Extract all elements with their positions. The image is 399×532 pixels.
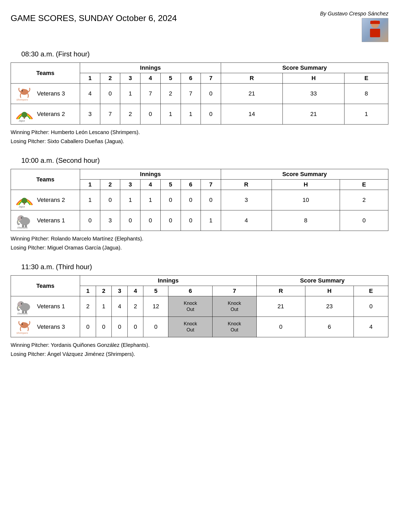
svg-point-24 [22, 324, 23, 325]
losing-pitcher: Losing Pitcher: Ángel Vázquez Jiménez (S… [11, 350, 388, 359]
innings-col-header: Innings [80, 169, 221, 180]
svg-text:Shrimpers: Shrimpers [16, 331, 28, 334]
svg-text:Elephants: Elephants [18, 313, 28, 314]
summary-r-value: 14 [221, 104, 282, 124]
summary-r-value: 0 [256, 317, 305, 337]
inning-2-value: 0 [96, 317, 112, 337]
inning-1-value: 0 [80, 210, 100, 231]
inning-7-value: 1 [201, 210, 221, 231]
svg-text:Elephants: Elephants [18, 227, 28, 228]
svg-point-23 [20, 322, 28, 328]
team-logo-shrimpers: Shrimpers [15, 86, 34, 102]
inning-3-value: 1 [120, 190, 140, 210]
summary-h-value: 23 [305, 296, 354, 317]
team-name-label: Veterans 1 [37, 217, 65, 224]
inning-3-value: 2 [120, 104, 140, 124]
author-section: By Gustavo Crespo Sánchez [320, 11, 388, 42]
inning-4-value: 2 [127, 296, 143, 317]
inning-5-value: 1 [160, 104, 181, 124]
svg-point-12 [21, 218, 22, 219]
summary-e-value: 8 [344, 84, 388, 104]
score-table-3: TeamsInningsScore Summary1234567RHE Elep… [11, 275, 388, 337]
inning-5-value: 2 [160, 84, 181, 104]
summary-h-header: H [283, 73, 344, 84]
svg-point-19 [21, 304, 22, 305]
team-logo-jagua: Jagua [15, 106, 34, 122]
table-row: Elephants Veterans 10300001480 [11, 210, 388, 231]
team-cell-2-1: Jagua Veterans 2 [11, 190, 80, 210]
team-cell-3-2: Shrimpers Veterans 3 [11, 317, 80, 337]
games-container: 08:30 a.m. (First hour)TeamsInningsScore… [11, 50, 388, 359]
inning-3-value: 0 [120, 210, 140, 231]
inning-4-value: 0 [127, 317, 143, 337]
game-section-3: 11:30 a.m. (Third hour)TeamsInningsScore… [11, 263, 388, 359]
inning-2-header: 2 [96, 286, 112, 296]
game-section-2: 10:00 a.m. (Second hour)TeamsInningsScor… [11, 156, 388, 252]
author-photo [362, 18, 388, 42]
losing-pitcher: Losing Pitcher: Miguel Oramas García (Ja… [11, 243, 388, 252]
inning-1-value: 0 [80, 317, 96, 337]
svg-text:Jagua: Jagua [18, 206, 25, 208]
inning-5-value: 0 [160, 190, 181, 210]
inning-7-value: 0 [201, 84, 221, 104]
game-time-2: 10:00 a.m. (Second hour) [21, 156, 388, 165]
inning-3-header: 3 [120, 180, 140, 190]
summary-e-header: E [340, 180, 388, 190]
inning-5-value: 12 [143, 296, 168, 317]
innings-col-header: Innings [80, 63, 221, 73]
svg-rect-7 [24, 202, 25, 205]
team-logo-elephants: Elephants [15, 298, 34, 314]
inning-5-header: 5 [160, 73, 181, 84]
team-logo-jagua: Jagua [15, 192, 34, 208]
inning-5-header: 5 [160, 180, 181, 190]
inning-3-value: 4 [112, 296, 128, 317]
summary-e-header: E [344, 73, 388, 84]
summary-h-header: H [305, 286, 354, 296]
inning-6-value: KnockOut [168, 296, 213, 317]
svg-text:Shrimpers: Shrimpers [16, 98, 28, 101]
inning-5-value: 0 [160, 210, 181, 231]
teams-col-header: Teams [11, 169, 80, 190]
inning-2-header: 2 [100, 73, 120, 84]
teams-col-header: Teams [11, 276, 80, 296]
game-section-1: 08:30 a.m. (First hour)TeamsInningsScore… [11, 50, 388, 146]
page-title: GAME SCORES, SUNDAY October 6, 2024 [11, 13, 177, 23]
inning-3-value: 1 [120, 84, 140, 104]
table-row: Jagua Veterans 210110003102 [11, 190, 388, 210]
inning-7-value: 0 [201, 190, 221, 210]
winning-pitcher: Winning Pitcher: Yordanis Quiñones Gonzá… [11, 340, 388, 350]
inning-3-header: 3 [112, 286, 128, 296]
inning-6-header: 6 [168, 286, 213, 296]
team-name-label: Veterans 2 [37, 197, 65, 203]
summary-e-value: 1 [344, 104, 388, 124]
inning-5-header: 5 [143, 286, 168, 296]
team-name-label: Veterans 3 [37, 323, 65, 330]
team-name-label: Veterans 1 [37, 303, 65, 310]
score-table-2: TeamsInningsScore Summary1234567RHE Jagu… [11, 169, 388, 231]
winning-pitcher: Winning Pitcher: Humberto León Lescano (… [11, 128, 388, 137]
inning-1-value: 3 [80, 104, 100, 124]
table-row: Shrimpers Veterans 3401727021338 [11, 84, 388, 104]
summary-r-value: 3 [221, 190, 272, 210]
inning-4-value: 1 [140, 190, 161, 210]
summary-r-header: R [221, 73, 282, 84]
team-logo-shrimpers: Shrimpers [15, 319, 34, 335]
team-cell-1-1: Shrimpers Veterans 3 [11, 84, 80, 104]
inning-3-value: 0 [112, 317, 128, 337]
inning-4-header: 4 [127, 286, 143, 296]
inning-6-value: KnockOut [168, 317, 213, 337]
summary-e-value: 4 [354, 317, 388, 337]
summary-r-value: 21 [221, 84, 282, 104]
summary-e-value: 0 [354, 296, 388, 317]
summary-h-value: 21 [283, 104, 344, 124]
summary-r-header: R [221, 180, 272, 190]
inning-2-header: 2 [100, 180, 120, 190]
summary-h-header: H [272, 180, 340, 190]
summary-e-header: E [354, 286, 388, 296]
inning-6-value: 1 [181, 104, 201, 124]
inning-2-value: 7 [100, 104, 120, 124]
author-name: By Gustavo Crespo Sánchez [320, 11, 388, 17]
winning-pitcher: Winning Pitcher: Rolando Marcelo Martíne… [11, 234, 388, 243]
score-summary-col-header: Score Summary [221, 63, 388, 73]
innings-col-header: Innings [80, 276, 257, 286]
